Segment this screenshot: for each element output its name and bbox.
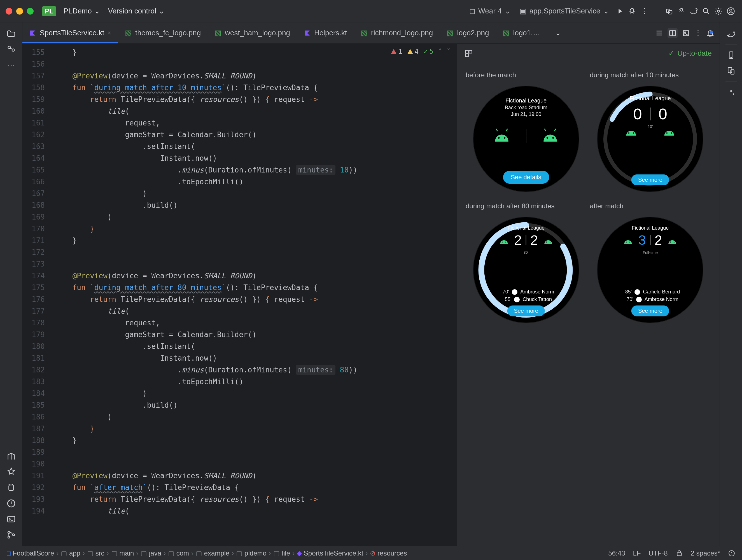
editor-view-design-icon[interactable]	[682, 29, 690, 37]
league-name: Fictional League	[474, 225, 579, 231]
device-selector[interactable]: ◻ Wear 4 ⌄	[465, 5, 514, 17]
image-file-icon: ▧	[214, 30, 221, 37]
ball-icon	[512, 289, 518, 295]
notifications-button[interactable]	[706, 29, 714, 37]
device-manager-icon[interactable]	[724, 48, 738, 62]
tile-preview-before-match[interactable]: Fictional League Back road Stadium Jun 2…	[473, 86, 579, 192]
more-actions[interactable]: ⋮	[639, 6, 650, 17]
problems-tool-icon[interactable]	[4, 497, 18, 510]
project-menu[interactable]: PLDemo ⌄	[60, 4, 104, 18]
svg-point-32	[505, 241, 506, 243]
event-time: 70'	[498, 289, 509, 295]
tab-options-icon[interactable]: ⋮	[694, 29, 702, 37]
svg-rect-43	[677, 552, 681, 556]
ok-count: 5	[429, 48, 433, 55]
gradle-tool-icon[interactable]	[724, 27, 738, 40]
svg-point-35	[626, 241, 627, 243]
team-logos	[474, 128, 579, 143]
preview-toolbar-icon[interactable]	[465, 49, 473, 58]
code-editor[interactable]: 1 4 ✓5 ˄ ˅ } @Preview(device = WearDevic…	[49, 44, 457, 546]
tab-helpers[interactable]: Helpers.kt	[297, 22, 354, 43]
tabs-dropdown[interactable]: ⌄	[550, 22, 566, 43]
search-everywhere-icon[interactable]	[700, 6, 712, 17]
event-time: 85'	[621, 289, 632, 295]
check-icon: ✓	[424, 48, 428, 55]
project-tool-icon[interactable]	[4, 27, 18, 40]
indent-status[interactable]: 2 spaces*	[691, 549, 720, 557]
more-tools-icon[interactable]: ⋯	[4, 58, 18, 72]
account-icon[interactable]	[725, 6, 736, 17]
svg-point-17	[684, 32, 686, 33]
run-config-selector[interactable]: ▣ app.SportsTileService ⌄	[516, 5, 613, 17]
breadcrumb[interactable]: □ FootballScore › ▢ app › ▢ src › ▢ main…	[7, 549, 407, 557]
memory-indicator-icon[interactable]	[728, 550, 735, 557]
preview-panel: ✓ Up-to-date before the match Fictional …	[457, 44, 720, 546]
image-file-icon: ▧	[360, 30, 368, 37]
tile-preview-80-min[interactable]: Fictional League 2 2 80'	[473, 217, 579, 323]
tab-sportstileservice[interactable]: SportsTileService.kt ×	[22, 22, 118, 43]
android-icon	[623, 125, 639, 136]
away-score: 2	[530, 233, 538, 248]
see-more-button[interactable]: See more	[631, 305, 669, 316]
svg-point-28	[667, 133, 668, 134]
tile-label: before the match	[466, 71, 516, 79]
preview-status-text: Up-to-date	[677, 49, 712, 58]
league-name: Fictional League	[597, 95, 703, 102]
tab-logo2[interactable]: ▧ logo2.png	[440, 22, 495, 43]
debug-button[interactable]	[627, 6, 638, 17]
settings-icon[interactable]	[713, 6, 724, 17]
away-score: 2	[655, 233, 662, 248]
tile-preview-10-min[interactable]: Fictional League 0 0 10' See	[597, 86, 703, 192]
file-encoding[interactable]: UTF-8	[649, 549, 668, 557]
project-name: PLDemo	[63, 7, 92, 15]
project-badge[interactable]: PL	[42, 6, 56, 16]
code-with-me-icon[interactable]	[664, 6, 675, 17]
editor-view-split-icon[interactable]	[668, 28, 678, 38]
line-separator[interactable]: LF	[633, 549, 641, 557]
structure-tool-icon[interactable]	[4, 43, 18, 56]
see-more-button[interactable]: See more	[631, 174, 669, 185]
editor-gutter[interactable]: 1551561571581591601611621631641651661671…	[22, 44, 49, 546]
caret-position[interactable]: 56:43	[608, 549, 625, 557]
editor-view-list-icon[interactable]	[655, 29, 663, 37]
ide-errors-icon[interactable]	[676, 6, 687, 17]
svg-point-31	[501, 241, 502, 243]
see-details-button[interactable]: See details	[503, 171, 549, 184]
vcs-menu[interactable]: Version control ⌄	[104, 4, 168, 18]
inspection-widget[interactable]: 1 4 ✓5 ˄ ˅	[391, 48, 450, 55]
logcat-tool-icon[interactable]	[4, 481, 18, 495]
close-tab-icon[interactable]: ×	[108, 30, 111, 37]
kotlin-file-icon	[304, 30, 311, 37]
tile-preview-after-match[interactable]: Fictional League 3 2 Full-time	[597, 217, 703, 323]
tab-richmond-logo[interactable]: ▧ richmond_logo.png	[354, 22, 440, 43]
module-icon: ▣	[520, 7, 527, 15]
prev-highlight[interactable]: ˄	[438, 48, 442, 55]
vcs-tool-icon[interactable]	[4, 528, 18, 542]
zoom-window[interactable]	[27, 8, 34, 14]
bookmarks-tool-icon[interactable]	[4, 465, 18, 479]
tab-logo1[interactable]: ▧ logo1.png	[495, 22, 550, 43]
close-window[interactable]	[6, 8, 12, 14]
check-icon: ✓	[668, 49, 675, 58]
minimize-window[interactable]	[16, 8, 23, 14]
run-button[interactable]	[614, 6, 626, 17]
tab-themes-fc-logo[interactable]: ▧ themes_fc_logo.png	[118, 22, 208, 43]
away-score: 0	[658, 105, 667, 123]
android-icon	[491, 128, 512, 142]
scorer-name: Garfield Bernard	[643, 289, 680, 295]
ai-assistant-icon[interactable]	[724, 86, 738, 99]
build-tool-icon[interactable]	[4, 450, 18, 463]
readonly-toggle[interactable]	[676, 550, 683, 557]
running-devices-icon[interactable]	[724, 64, 738, 78]
terminal-tool-icon[interactable]	[4, 512, 18, 526]
tab-label: west_ham_logo.png	[225, 29, 290, 37]
tab-west-ham-logo[interactable]: ▧ west_ham_logo.png	[208, 22, 297, 43]
device-name: Wear 4	[478, 7, 501, 15]
svg-rect-20	[466, 54, 468, 57]
svg-rect-42	[731, 70, 734, 74]
next-highlight[interactable]: ˅	[447, 48, 450, 55]
ball-icon	[634, 289, 640, 295]
see-more-button[interactable]: See more	[507, 305, 545, 316]
sync-gradle-icon[interactable]	[688, 6, 699, 17]
svg-point-24	[552, 137, 554, 139]
